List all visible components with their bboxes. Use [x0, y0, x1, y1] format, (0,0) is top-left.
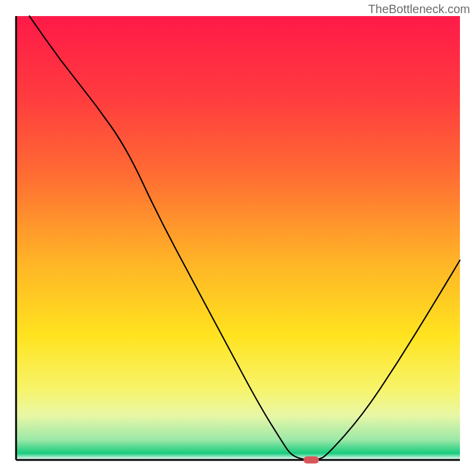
plot-background — [16, 16, 460, 460]
watermark-text: TheBottleneck.com — [368, 2, 470, 16]
chart-svg — [0, 0, 476, 476]
bottleneck-chart: TheBottleneck.com — [0, 0, 476, 476]
optimum-marker — [303, 456, 319, 464]
